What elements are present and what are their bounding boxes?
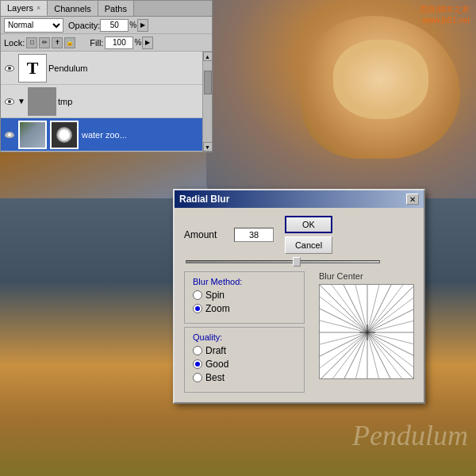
layer-name-pendulum: Pendulum xyxy=(48,63,201,73)
quality-section: Quality: Draft Good Best xyxy=(184,327,305,393)
layer-visibility-pendulum[interactable] xyxy=(2,61,17,75)
amount-slider-thumb[interactable] xyxy=(293,257,301,267)
svg-line-21 xyxy=(320,321,367,332)
blend-opacity-row: Normal Opacity: % ▶ xyxy=(1,17,212,34)
svg-line-24 xyxy=(332,332,367,379)
scroll-up-button[interactable]: ▲ xyxy=(203,52,213,61)
svg-line-4 xyxy=(320,285,367,332)
opacity-percent: % xyxy=(129,21,136,29)
quality-good-radio[interactable] xyxy=(193,359,202,369)
hamster-face xyxy=(333,40,428,119)
ok-button[interactable]: OK xyxy=(285,216,332,233)
quality-good-row[interactable]: Good xyxy=(193,359,296,370)
dialog-close-button[interactable]: ✕ xyxy=(406,194,419,205)
blur-method-zoom-row[interactable]: Zoom xyxy=(193,303,296,314)
blend-mode-select[interactable]: Normal xyxy=(4,18,63,33)
fill-input[interactable] xyxy=(105,36,133,49)
blur-center-label: Blur Center xyxy=(319,271,414,281)
svg-line-17 xyxy=(355,285,367,332)
svg-line-5 xyxy=(367,332,414,379)
svg-line-12 xyxy=(344,332,367,379)
amount-slider-track[interactable] xyxy=(186,260,380,263)
svg-line-28 xyxy=(367,297,414,332)
lock-label: Lock: xyxy=(4,38,25,48)
tab-layers[interactable]: Layers × xyxy=(1,1,48,16)
svg-line-23 xyxy=(320,332,367,368)
opacity-input[interactable] xyxy=(100,19,129,32)
radial-blur-dialog: Radial Blur ✕ Amount OK Cancel Blur Meth… xyxy=(173,189,425,404)
blur-method-title: Blur Method: xyxy=(193,277,296,286)
layer-row-tmp[interactable]: ▼ tmp xyxy=(1,85,202,118)
svg-line-31 xyxy=(367,332,414,368)
fill-label: Fill: xyxy=(90,38,103,48)
svg-line-29 xyxy=(367,321,414,332)
quality-draft-row[interactable]: Draft xyxy=(193,345,296,356)
quality-draft-radio[interactable] xyxy=(193,346,202,355)
blur-method-zoom-label: Zoom xyxy=(205,303,230,314)
lock-image-icon[interactable]: ✏ xyxy=(39,37,50,48)
amount-row: Amount OK Cancel xyxy=(184,216,414,254)
svg-line-16 xyxy=(332,285,367,332)
svg-line-13 xyxy=(367,332,391,379)
amount-input[interactable] xyxy=(234,228,274,242)
svg-line-25 xyxy=(355,332,367,379)
svg-line-18 xyxy=(367,285,379,332)
svg-line-22 xyxy=(320,332,367,344)
blur-method-spin-radio[interactable] xyxy=(193,290,202,300)
layer-name-waterzoo: water zoo... xyxy=(82,130,201,140)
svg-line-19 xyxy=(367,285,403,332)
lock-fill-row: Lock: □ ✏ ✝ 🔒 Fill: % ▶ xyxy=(1,34,212,52)
blur-method-spin-row[interactable]: Spin xyxy=(193,290,296,301)
layers-scrollbar[interactable]: ▲ ▼ xyxy=(202,52,212,152)
dialog-body: Amount OK Cancel Blur Method: Spin xyxy=(175,208,424,402)
layer-thumb-tmp xyxy=(28,87,56,116)
quality-best-label: Best xyxy=(205,372,225,383)
quality-best-row[interactable]: Best xyxy=(193,372,296,383)
quality-best-radio[interactable] xyxy=(193,373,202,382)
lock-transparent-icon[interactable]: □ xyxy=(26,37,37,48)
lock-icons: □ ✏ ✝ 🔒 xyxy=(26,37,75,48)
layer-row-pendulum[interactable]: T Pendulum xyxy=(1,52,202,85)
layer-thumb-pendulum: T xyxy=(18,54,47,83)
watermark: 思路|聊本之家 www.jb51.net xyxy=(420,4,470,26)
scroll-down-button[interactable]: ▼ xyxy=(203,142,213,152)
svg-line-20 xyxy=(320,297,367,332)
layers-list-area: T Pendulum ▼ tmp xyxy=(1,52,212,152)
tab-layers-close[interactable]: × xyxy=(36,4,40,12)
layers-panel: Layers × Channels Paths Normal Opacity: … xyxy=(0,0,213,152)
hamster-body xyxy=(301,16,460,159)
blur-method-zoom-radio[interactable] xyxy=(193,304,202,313)
blur-center-visualization xyxy=(320,285,414,379)
layer-name-tmp: tmp xyxy=(58,97,201,106)
dialog-title: Radial Blur xyxy=(179,194,229,205)
opacity-label: Opacity: xyxy=(68,21,100,30)
dialog-action-buttons: OK Cancel xyxy=(285,216,332,254)
layer-visibility-tmp[interactable] xyxy=(2,94,17,109)
svg-line-15 xyxy=(367,332,414,356)
pendulum-canvas-text: Pendulum xyxy=(352,419,468,452)
scroll-thumb[interactable] xyxy=(204,71,212,94)
svg-line-7 xyxy=(320,332,367,379)
cancel-button[interactable]: Cancel xyxy=(285,236,332,254)
blur-center-box[interactable] xyxy=(319,284,414,379)
layer-mask-waterzoo xyxy=(50,121,79,149)
tab-channels[interactable]: Channels xyxy=(48,1,98,16)
layer-thumb-waterzoo xyxy=(18,121,47,149)
svg-line-9 xyxy=(367,285,391,332)
svg-line-10 xyxy=(320,309,367,332)
tab-paths[interactable]: Paths xyxy=(98,1,134,16)
opacity-arrow[interactable]: ▶ xyxy=(137,19,148,32)
blur-method-spin-label: Spin xyxy=(205,290,225,301)
layer-row-waterzoo[interactable]: water zoo... xyxy=(1,118,202,152)
lock-position-icon[interactable]: ✝ xyxy=(52,37,63,48)
fill-arrow[interactable]: ▶ xyxy=(142,36,153,49)
fill-percent: % xyxy=(134,38,141,47)
layer-visibility-waterzoo[interactable] xyxy=(2,128,17,142)
group-expand-tmp[interactable]: ▼ xyxy=(17,97,26,106)
blur-method-section: Blur Method: Spin Zoom xyxy=(184,271,305,324)
svg-line-11 xyxy=(320,332,367,356)
amount-label: Amount xyxy=(184,229,228,240)
lock-all-icon[interactable]: 🔒 xyxy=(64,37,75,48)
svg-line-8 xyxy=(344,285,367,332)
dialog-main-row: Blur Method: Spin Zoom Quality: xyxy=(184,271,414,394)
